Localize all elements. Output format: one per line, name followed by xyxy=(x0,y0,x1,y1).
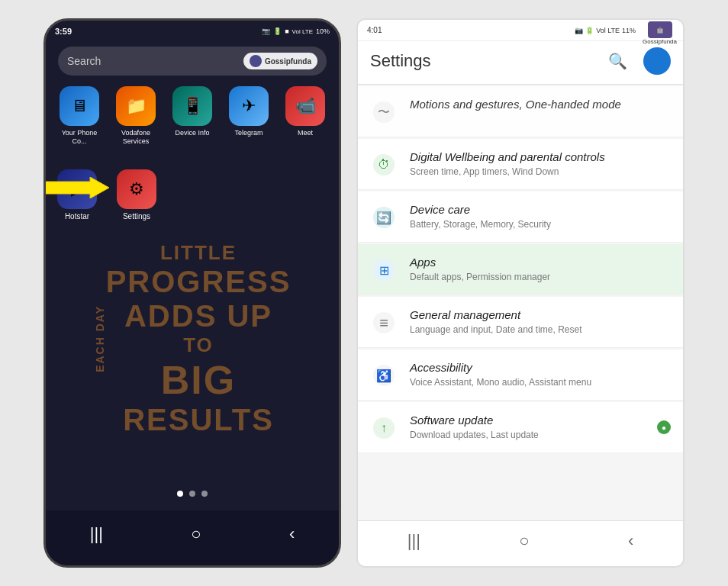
device-care-desc: Battery, Storage, Memory, Security xyxy=(410,219,671,231)
motivational-background: EACH DAY LITTLE PROGRESS ADDS UP TO BIG … xyxy=(46,173,339,504)
device-info-icon: 📱 xyxy=(172,86,212,126)
motive-to: TO xyxy=(106,333,292,357)
digital-wellbeing-desc: Screen time, App timers, Wind Down xyxy=(410,166,671,179)
settings-gossip-logo: 🤖 xyxy=(648,21,672,38)
settings-item-accessibility[interactable]: ♿ Accessibility Voice Assistant, Mono au… xyxy=(358,349,683,401)
accessibility-desc: Voice Assistant, Mono audio, Assistant m… xyxy=(410,377,671,389)
settings-nav-recent[interactable]: ||| xyxy=(407,531,420,551)
settings-gossipfunda-label: Gossipfunda xyxy=(643,38,677,45)
motions-text: Motions and gestures, One-handed mode xyxy=(410,97,671,112)
settings-panel: 4:01 🤖 Gossipfunda 📷 🔋 Vol LTE 11% Setti… xyxy=(356,18,685,568)
left-status-icons: 📷 🔋 ■ Vol LTE 10% xyxy=(262,27,330,35)
app-telegram[interactable]: ✈ Telegram xyxy=(225,86,272,146)
settings-status-bar: 4:01 🤖 Gossipfunda 📷 🔋 Vol LTE 11% xyxy=(358,20,683,41)
software-update-text: Software update Download updates, Last u… xyxy=(410,413,645,441)
digital-wellbeing-text: Digital Wellbeing and parental controls … xyxy=(410,150,671,178)
settings-nav-home[interactable]: ○ xyxy=(519,531,529,551)
settings-nav-bar: ||| ○ ‹ xyxy=(358,520,683,566)
dot-2 xyxy=(189,491,195,497)
digital-wellbeing-icon-wrap: ⏱ xyxy=(370,151,398,179)
your-phone-icon: 🖥 xyxy=(60,86,99,126)
settings-item-apps[interactable]: ⊞ Apps Default apps, Permission manager xyxy=(358,244,683,295)
telegram-label: Telegram xyxy=(234,129,263,137)
gossipfunda-badge: Gossipfunda xyxy=(243,53,317,69)
settings-item-general-management[interactable]: ≡ General management Language and input,… xyxy=(358,297,683,348)
apps-icon-wrap: ⊞ xyxy=(370,256,398,284)
general-management-icon: ≡ xyxy=(373,312,395,333)
motions-name: Motions and gestures, One-handed mode xyxy=(410,98,621,111)
motions-icon: 〜 xyxy=(373,101,395,123)
motive-results: RESULTS xyxy=(106,403,292,437)
apps-text: Apps Default apps, Permission manager xyxy=(410,255,671,283)
settings-item-software-update[interactable]: ↑ Software update Download updates, Last… xyxy=(358,402,683,453)
left-status-bar: 3:59 📷 🔋 ■ Vol LTE 10% xyxy=(46,21,339,42)
meet-label: Meet xyxy=(298,129,313,137)
device-info-label: Device Info xyxy=(175,129,209,137)
update-badge: ● xyxy=(657,420,671,434)
left-phone: 3:59 📷 🔋 ■ Vol LTE 10% Search Gossipfund… xyxy=(43,18,341,568)
settings-label: Settings xyxy=(123,212,150,221)
settings-list: 〜 Motions and gestures, One-handed mode … xyxy=(358,85,683,520)
settings-time: 4:01 xyxy=(367,26,382,34)
app-meet[interactable]: 📹 Meet xyxy=(282,86,329,146)
settings-icon: ⚙ xyxy=(117,169,156,209)
motive-little: LITTLE xyxy=(106,241,292,265)
left-time: 3:59 xyxy=(55,27,72,36)
meet-icon: 📹 xyxy=(285,86,325,126)
app-vodafone[interactable]: 📁 Vodafone Services xyxy=(112,86,159,146)
accessibility-icon: ♿ xyxy=(373,365,395,386)
software-update-name: Software update xyxy=(410,413,645,428)
app-your-phone[interactable]: 🖥 Your Phone Co... xyxy=(56,86,103,146)
software-update-desc: Download updates, Last update xyxy=(410,430,645,442)
telegram-icon: ✈ xyxy=(229,86,269,126)
general-management-name: General management xyxy=(410,307,671,323)
side-text: EACH DAY xyxy=(94,305,106,372)
gossipfunda-label: Gossipfunda xyxy=(265,57,311,66)
left-nav-bar: ||| ○ ‹ xyxy=(46,510,339,565)
app-settings[interactable]: ⚙ Settings xyxy=(113,169,160,221)
digital-wellbeing-name: Digital Wellbeing and parental controls xyxy=(410,150,671,165)
settings-search-button[interactable]: 🔍 xyxy=(604,47,631,75)
settings-nav-back[interactable]: ‹ xyxy=(628,531,633,551)
search-bar[interactable]: Search Gossipfunda xyxy=(58,47,327,76)
nav-home[interactable]: ○ xyxy=(191,524,201,544)
svg-marker-0 xyxy=(44,177,109,198)
device-care-text: Device care Battery, Storage, Memory, Se… xyxy=(410,202,671,230)
accessibility-icon-wrap: ♿ xyxy=(370,362,398,389)
settings-item-motions[interactable]: 〜 Motions and gestures, One-handed mode xyxy=(358,86,683,137)
general-management-icon-wrap: ≡ xyxy=(370,309,398,336)
settings-header: Settings 🔍 👤 xyxy=(358,41,683,85)
apps-name: Apps xyxy=(410,255,671,270)
apps-icon: ⊞ xyxy=(373,259,395,281)
your-phone-label: Your Phone Co... xyxy=(56,129,103,146)
motive-big: BIG xyxy=(106,357,292,403)
settings-item-digital-wellbeing[interactable]: ⏱ Digital Wellbeing and parental control… xyxy=(358,139,683,190)
motive-adds-up: ADDS UP xyxy=(106,299,292,333)
settings-title: Settings xyxy=(370,51,431,71)
search-placeholder: Search xyxy=(67,55,101,67)
software-update-icon: ↑ xyxy=(373,417,395,439)
gossip-robot-icon xyxy=(250,55,262,67)
accessibility-text: Accessibility Voice Assistant, Mono audi… xyxy=(410,360,671,388)
motions-icon-wrap: 〜 xyxy=(370,98,398,126)
accessibility-name: Accessibility xyxy=(410,360,671,375)
header-icons: 🔍 👤 xyxy=(604,47,671,75)
dot-3 xyxy=(201,491,208,497)
left-arrow-svg xyxy=(44,177,109,198)
vodafone-icon: 📁 xyxy=(116,86,156,126)
dot-1 xyxy=(177,491,183,497)
apps-desc: Default apps, Permission manager xyxy=(410,272,671,284)
vodafone-label: Vodafone Services xyxy=(112,129,159,146)
settings-item-device-care[interactable]: 🔄 Device care Battery, Storage, Memory, … xyxy=(358,192,683,243)
app-grid-row1: 🖥 Your Phone Co... 📁 Vodafone Services 📱… xyxy=(46,80,339,152)
motive-progress: PROGRESS xyxy=(106,265,292,299)
general-management-desc: Language and input, Date and time, Reset xyxy=(410,324,671,336)
nav-recent[interactable]: ||| xyxy=(90,524,103,544)
settings-avatar-button[interactable]: 👤 xyxy=(643,47,671,75)
digital-wellbeing-icon: ⏱ xyxy=(373,154,395,175)
device-care-icon: 🔄 xyxy=(373,207,395,228)
general-management-text: General management Language and input, D… xyxy=(410,307,671,336)
nav-back[interactable]: ‹ xyxy=(289,524,295,544)
device-care-icon-wrap: 🔄 xyxy=(370,204,398,231)
app-device-info[interactable]: 📱 Device Info xyxy=(169,86,216,146)
